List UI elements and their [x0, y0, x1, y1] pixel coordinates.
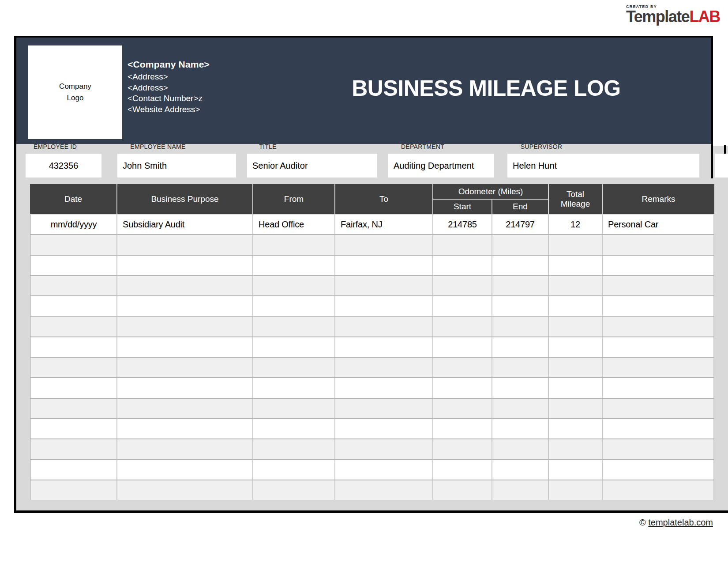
cell-date[interactable] [30, 256, 117, 275]
cell-start[interactable] [433, 399, 492, 418]
cell-purpose[interactable] [117, 317, 253, 336]
cell-start[interactable] [433, 439, 492, 459]
cell-date[interactable]: mm/dd/yyyy [30, 215, 117, 234]
cell-total[interactable] [549, 358, 603, 377]
cell-date[interactable] [30, 235, 117, 254]
cell-remarks[interactable] [603, 480, 714, 500]
cell-end[interactable] [492, 460, 549, 480]
cell-to[interactable] [335, 296, 433, 316]
cell-from[interactable] [253, 419, 335, 438]
cell-date[interactable] [30, 296, 117, 316]
cell-total[interactable] [549, 235, 603, 254]
cell-remarks[interactable]: Personal Car [603, 215, 714, 234]
cell-total[interactable] [549, 317, 603, 336]
cell-end[interactable] [492, 378, 549, 397]
cell-end[interactable] [492, 399, 549, 418]
cell-remarks[interactable] [603, 296, 714, 316]
cell-remarks[interactable] [603, 235, 714, 254]
cell-from[interactable] [253, 480, 335, 500]
cell-from[interactable] [253, 378, 335, 397]
cell-to[interactable] [335, 439, 433, 459]
company-logo-placeholder[interactable]: Company Logo [28, 45, 122, 139]
cell-start[interactable] [433, 337, 492, 357]
cell-start[interactable] [433, 460, 492, 480]
cell-purpose[interactable] [117, 358, 253, 377]
employee-id-field[interactable]: 432356 [26, 154, 101, 178]
cell-end[interactable] [492, 256, 549, 275]
cell-purpose[interactable] [117, 399, 253, 418]
cell-end[interactable] [492, 419, 549, 438]
cell-from[interactable] [253, 317, 335, 336]
cell-from[interactable]: Head Office [253, 215, 335, 234]
cell-remarks[interactable] [603, 460, 714, 480]
cell-date[interactable] [30, 399, 117, 418]
cell-remarks[interactable] [603, 317, 714, 336]
cell-start[interactable]: 214785 [433, 215, 492, 234]
cell-date[interactable] [30, 419, 117, 438]
cell-to[interactable] [335, 378, 433, 397]
cell-to[interactable] [335, 317, 433, 336]
cell-total[interactable] [549, 378, 603, 397]
cell-end[interactable] [492, 480, 549, 500]
cell-end[interactable] [492, 235, 549, 254]
cell-total[interactable]: 12 [549, 215, 603, 234]
cell-remarks[interactable] [603, 378, 714, 397]
cell-purpose[interactable] [117, 276, 253, 295]
cell-start[interactable] [433, 378, 492, 397]
cell-total[interactable] [549, 480, 603, 500]
cell-purpose[interactable] [117, 296, 253, 316]
cell-to[interactable] [335, 337, 433, 357]
cell-purpose[interactable] [117, 439, 253, 459]
cell-remarks[interactable] [603, 399, 714, 418]
cell-remarks[interactable] [603, 256, 714, 275]
cell-start[interactable] [433, 235, 492, 254]
cell-end[interactable] [492, 276, 549, 295]
cell-purpose[interactable] [117, 235, 253, 254]
cell-start[interactable] [433, 276, 492, 295]
cell-to[interactable] [335, 358, 433, 377]
cell-purpose[interactable] [117, 378, 253, 397]
cell-to[interactable]: Fairfax, NJ [335, 215, 433, 234]
cell-purpose[interactable] [117, 419, 253, 438]
cell-total[interactable] [549, 399, 603, 418]
cell-from[interactable] [253, 337, 335, 357]
cell-end[interactable] [492, 439, 549, 459]
cell-to[interactable] [335, 460, 433, 480]
cell-purpose[interactable] [117, 337, 253, 357]
cell-start[interactable] [433, 358, 492, 377]
cell-date[interactable] [30, 439, 117, 459]
cell-end[interactable] [492, 296, 549, 316]
cell-start[interactable] [433, 419, 492, 438]
templatelab-link[interactable]: templatelab.com [648, 518, 713, 527]
cell-total[interactable] [549, 419, 603, 438]
cell-to[interactable] [335, 399, 433, 418]
cell-from[interactable] [253, 439, 335, 459]
cell-date[interactable] [30, 378, 117, 397]
cell-date[interactable] [30, 337, 117, 357]
cell-end[interactable]: 214797 [492, 215, 549, 234]
cell-end[interactable] [492, 358, 549, 377]
cell-remarks[interactable] [603, 439, 714, 459]
cell-total[interactable] [549, 256, 603, 275]
cell-total[interactable] [549, 337, 603, 357]
cell-start[interactable] [433, 480, 492, 500]
cell-date[interactable] [30, 358, 117, 377]
cell-total[interactable] [549, 439, 603, 459]
title-field[interactable]: Senior Auditor [247, 154, 377, 178]
cell-purpose[interactable]: Subsidiary Audit [117, 215, 253, 234]
cell-from[interactable] [253, 460, 335, 480]
cell-purpose[interactable] [117, 480, 253, 500]
company-address2-placeholder[interactable]: <Address> [128, 83, 210, 94]
cell-remarks[interactable] [603, 358, 714, 377]
cell-date[interactable] [30, 276, 117, 295]
department-field[interactable]: Auditing Department [388, 154, 494, 178]
cell-end[interactable] [492, 317, 549, 336]
cell-remarks[interactable] [603, 337, 714, 357]
company-website-placeholder[interactable]: <Website Address> [128, 104, 210, 115]
cell-date[interactable] [30, 317, 117, 336]
edge-partial-field[interactable] [715, 154, 728, 178]
cell-end[interactable] [492, 337, 549, 357]
cell-to[interactable] [335, 276, 433, 295]
cell-total[interactable] [549, 276, 603, 295]
cell-to[interactable] [335, 256, 433, 275]
